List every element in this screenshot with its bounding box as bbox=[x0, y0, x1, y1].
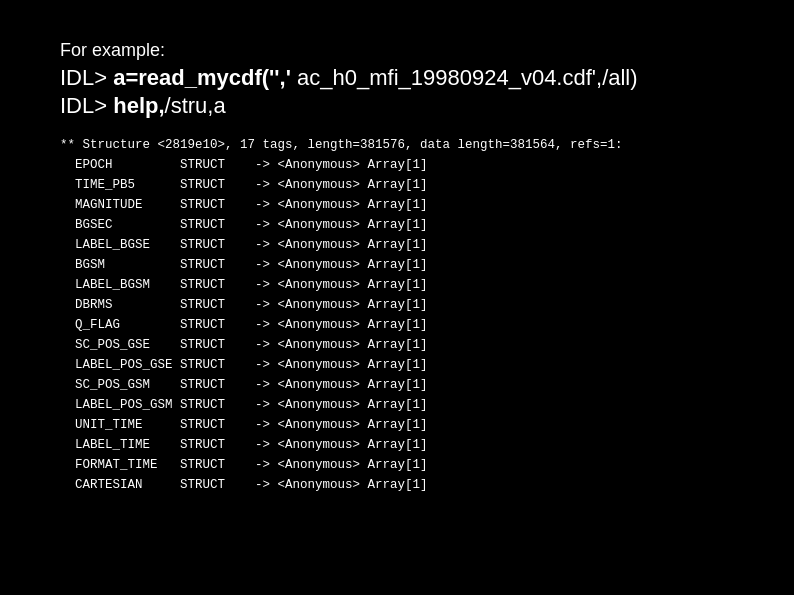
struct-field-line: BGSM STRUCT -> <Anonymous> Array[1] bbox=[60, 255, 734, 275]
struct-field-line: BGSEC STRUCT -> <Anonymous> Array[1] bbox=[60, 215, 734, 235]
struct-field-line: MAGNITUDE STRUCT -> <Anonymous> Array[1] bbox=[60, 195, 734, 215]
struct-field-line: TIME_PB5 STRUCT -> <Anonymous> Array[1] bbox=[60, 175, 734, 195]
struct-field-line: LABEL_TIME STRUCT -> <Anonymous> Array[1… bbox=[60, 435, 734, 455]
struct-field-line: LABEL_POS_GSM STRUCT -> <Anonymous> Arra… bbox=[60, 395, 734, 415]
struct-field-line: LABEL_BGSE STRUCT -> <Anonymous> Array[1… bbox=[60, 235, 734, 255]
struct-field-line: LABEL_POS_GSE STRUCT -> <Anonymous> Arra… bbox=[60, 355, 734, 375]
idl-command-2: IDL> help,/stru,a bbox=[60, 93, 734, 119]
command1-prefix: IDL> bbox=[60, 65, 113, 90]
struct-field-line: UNIT_TIME STRUCT -> <Anonymous> Array[1] bbox=[60, 415, 734, 435]
struct-field-line: EPOCH STRUCT -> <Anonymous> Array[1] bbox=[60, 155, 734, 175]
command1-bold: a=read_mycdf('',' bbox=[113, 65, 291, 90]
struct-field-line: DBRMS STRUCT -> <Anonymous> Array[1] bbox=[60, 295, 734, 315]
struct-field-line: CARTESIAN STRUCT -> <Anonymous> Array[1] bbox=[60, 475, 734, 495]
intro-label: For example: bbox=[60, 40, 734, 61]
struct-field-line: Q_FLAG STRUCT -> <Anonymous> Array[1] bbox=[60, 315, 734, 335]
struct-field-line: FORMAT_TIME STRUCT -> <Anonymous> Array[… bbox=[60, 455, 734, 475]
struct-field-line: SC_POS_GSE STRUCT -> <Anonymous> Array[1… bbox=[60, 335, 734, 355]
struct-field-line: SC_POS_GSM STRUCT -> <Anonymous> Array[1… bbox=[60, 375, 734, 395]
command2-prefix: IDL> bbox=[60, 93, 113, 118]
struct-field-line: LABEL_BGSM STRUCT -> <Anonymous> Array[1… bbox=[60, 275, 734, 295]
idl-command-1: IDL> a=read_mycdf('',' ac_h0_mfi_1998092… bbox=[60, 65, 734, 91]
structure-block: ** Structure <2819e10>, 17 tags, length=… bbox=[60, 135, 734, 495]
command2-rest: /stru,a bbox=[165, 93, 226, 118]
command2-bold: help, bbox=[113, 93, 164, 118]
command1-rest: ac_h0_mfi_19980924_v04.cdf',/all) bbox=[291, 65, 638, 90]
structure-header: ** Structure <2819e10>, 17 tags, length=… bbox=[60, 135, 734, 155]
